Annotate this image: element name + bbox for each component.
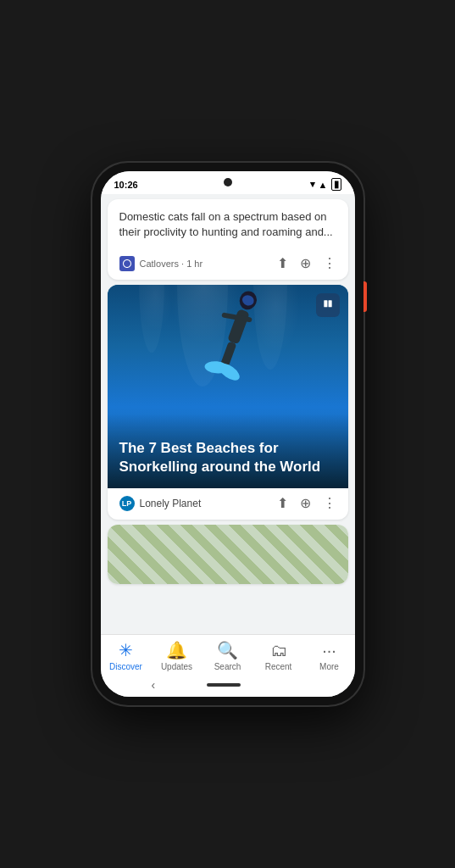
more-button-2[interactable]: ⋮	[323, 495, 336, 511]
source-name: Catlovers · 1 hr	[140, 259, 277, 269]
search-label: Search	[214, 662, 241, 671]
article-card-2: The 7 Best Beaches for Snorkelling aroun…	[108, 285, 348, 520]
svg-point-2	[139, 285, 164, 353]
article-description: Domestic cats fall on a spectrum based o…	[119, 209, 336, 240]
article-card-3	[108, 525, 348, 584]
bottom-nav: ✳ Discover 🔔 Updates 🔍 Search 🗂 Recent ·…	[101, 634, 355, 675]
bookmark-button[interactable]	[316, 293, 340, 317]
lp-card-actions: ⬆ ⊕ ⋮	[277, 495, 336, 511]
recent-label: Recent	[265, 662, 292, 671]
discover-icon: ✳	[119, 640, 133, 660]
card-text-area: Domestic cats fall on a spectrum based o…	[108, 199, 348, 250]
content-scroll[interactable]: Domestic cats fall on a spectrum based o…	[101, 194, 355, 634]
status-icons: ▾ ▲ ▮	[310, 178, 341, 191]
svg-rect-11	[328, 301, 331, 308]
nav-more[interactable]: ··· More	[308, 641, 352, 671]
recent-icon: 🗂	[270, 641, 287, 660]
signal-icon: ▲	[319, 180, 328, 190]
wifi-icon: ▾	[310, 179, 315, 190]
location-button-2[interactable]: ⊕	[300, 495, 311, 511]
updates-icon: 🔔	[166, 640, 187, 660]
share-button-2[interactable]: ⬆	[277, 495, 288, 511]
lp-meta: LP Lonely Planet ⬆ ⊕ ⋮	[108, 488, 348, 520]
home-pill[interactable]	[207, 683, 241, 687]
more-label: More	[319, 662, 339, 671]
power-button	[363, 281, 367, 312]
nav-recent[interactable]: 🗂 Recent	[257, 641, 301, 671]
camera	[224, 178, 232, 186]
more-icon: ···	[322, 641, 336, 660]
article-title: The 7 Best Beaches for Snorkelling aroun…	[119, 439, 336, 476]
back-button[interactable]: ‹	[152, 678, 156, 692]
source-icon	[119, 256, 135, 271]
more-button[interactable]: ⋮	[323, 255, 336, 271]
nav-updates[interactable]: 🔔 Updates	[155, 640, 199, 671]
phone-screen: 10:26 ▾ ▲ ▮ Domestic cats fall on a spec…	[101, 171, 355, 697]
system-nav: ‹	[101, 675, 355, 697]
location-button[interactable]: ⊕	[300, 255, 311, 271]
svg-rect-10	[324, 301, 327, 308]
battery-icon: ▮	[331, 178, 341, 191]
discover-label: Discover	[109, 662, 142, 671]
svg-point-1	[253, 285, 287, 370]
article-card-1: Domestic cats fall on a spectrum based o…	[108, 199, 348, 280]
nav-search[interactable]: 🔍 Search	[206, 640, 250, 671]
card-meta: Catlovers · 1 hr ⬆ ⊕ ⋮	[108, 250, 348, 280]
plant-image	[108, 525, 348, 584]
lp-source-name: Lonely Planet	[140, 498, 277, 509]
share-button[interactable]: ⬆	[277, 255, 288, 271]
updates-label: Updates	[161, 662, 192, 671]
status-time: 10:26	[114, 180, 138, 190]
nav-discover[interactable]: ✳ Discover	[104, 640, 148, 671]
phone-frame: 10:26 ▾ ▲ ▮ Domestic cats fall on a spec…	[92, 163, 363, 705]
card-actions: ⬆ ⊕ ⋮	[277, 255, 336, 271]
search-icon: 🔍	[217, 640, 238, 660]
article-image: The 7 Best Beaches for Snorkelling aroun…	[108, 285, 348, 488]
lp-source-icon: LP	[119, 496, 135, 511]
image-title-overlay: The 7 Best Beaches for Snorkelling aroun…	[108, 414, 348, 488]
